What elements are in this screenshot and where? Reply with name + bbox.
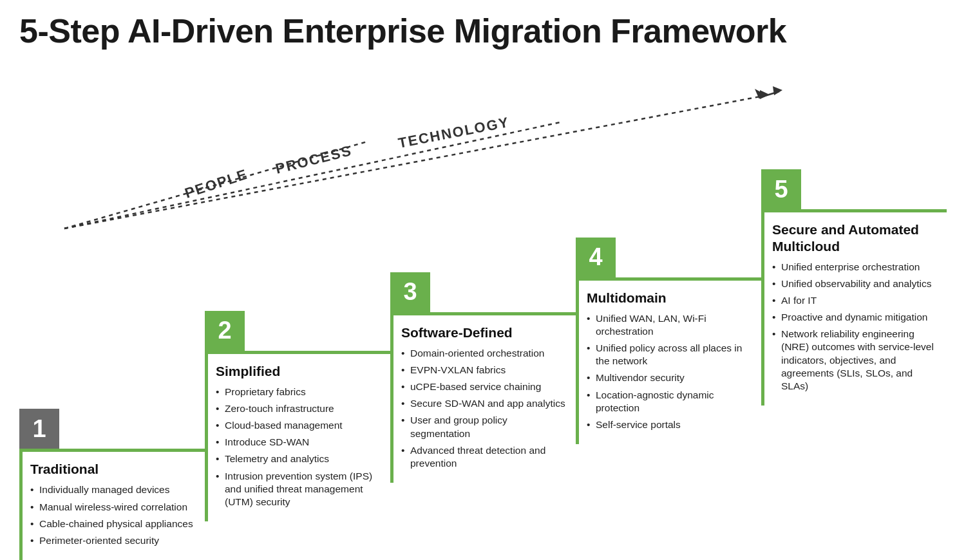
list-item: Network reliability engineering (NRE) ou… xyxy=(772,328,939,393)
list-item: Unified WAN, LAN, Wi-Fi orchestration xyxy=(587,312,753,338)
list-item: Zero-touch infrastructure xyxy=(216,402,383,415)
list-item: Intrusion prevention system (IPS) and un… xyxy=(216,470,383,509)
list-item: Telemetry and analytics xyxy=(216,453,383,465)
steps-container: 1 Traditional Individually managed devic… xyxy=(19,225,947,560)
svg-line-2 xyxy=(64,97,760,229)
list-item: Location-agnostic dynamic protection xyxy=(587,389,753,415)
list-item: Individually managed devices xyxy=(30,483,197,496)
step-1-list: Individually managed devices Manual wire… xyxy=(30,483,197,547)
list-item: AI for IT xyxy=(772,294,939,307)
step-1-number: 1 xyxy=(19,409,59,449)
list-item: Perimeter-oriented security xyxy=(30,534,197,547)
svg-text:PEOPLE: PEOPLE xyxy=(183,166,250,201)
list-item: Proprietary fabrics xyxy=(216,386,383,398)
step-3-title: Software-Defined xyxy=(401,324,568,341)
step-2-number: 2 xyxy=(205,311,245,351)
step-5-list: Unified enterprise orchestration Unified… xyxy=(772,261,939,393)
page-title: 5-Step AI-Driven Enterprise Migration Fr… xyxy=(19,12,786,50)
step-1-card: Traditional Individually managed devices… xyxy=(19,449,205,560)
list-item: Cloud-based management xyxy=(216,419,383,432)
svg-text:TECHNOLOGY: TECHNOLOGY xyxy=(397,114,511,151)
step-1: 1 Traditional Individually managed devic… xyxy=(19,409,205,560)
svg-marker-9 xyxy=(773,86,782,95)
step-4-list: Unified WAN, LAN, Wi-Fi orchestration Un… xyxy=(587,312,753,431)
step-5-card: Secure and Automated Multicloud Unified … xyxy=(761,209,947,406)
step-5-title: Secure and Automated Multicloud xyxy=(772,221,939,254)
step-4-card: Multidomain Unified WAN, LAN, Wi-Fi orch… xyxy=(576,277,761,444)
list-item: Introduce SD-WAN xyxy=(216,436,383,449)
step-2-list: Proprietary fabrics Zero-touch infrastru… xyxy=(216,386,383,509)
step-3-number: 3 xyxy=(390,272,430,312)
list-item: Unified observability and analytics xyxy=(772,277,939,290)
step-4-title: Multidomain xyxy=(587,290,753,306)
step-3: 3 Software-Defined Domain-oriented orche… xyxy=(390,272,576,483)
svg-line-8 xyxy=(759,91,779,98)
list-item: uCPE-based service chaining xyxy=(401,380,568,393)
list-item: Manual wireless-wired correlation xyxy=(30,501,197,514)
list-item: Domain-oriented orchestration xyxy=(401,347,568,360)
list-item: Unified enterprise orchestration xyxy=(772,261,939,274)
list-item: Cable-chained physical appliances xyxy=(30,518,197,530)
svg-marker-3 xyxy=(755,89,763,98)
list-item: Secure SD-WAN and app analytics xyxy=(401,397,568,410)
list-item: Self-service portals xyxy=(587,418,753,431)
svg-marker-4 xyxy=(760,90,770,99)
step-2: 2 Simplified Proprietary fabrics Zero-to… xyxy=(205,311,390,521)
svg-line-0 xyxy=(64,142,367,229)
step-4: 4 Multidomain Unified WAN, LAN, Wi-Fi or… xyxy=(576,238,761,444)
step-5-number: 5 xyxy=(761,169,801,209)
step-2-card: Simplified Proprietary fabrics Zero-touc… xyxy=(205,351,390,521)
list-item: EVPN-VXLAN fabrics xyxy=(401,364,568,377)
step-4-number: 4 xyxy=(576,238,616,277)
step-3-list: Domain-oriented orchestration EVPN-VXLAN… xyxy=(401,347,568,470)
step-2-title: Simplified xyxy=(216,363,383,379)
list-item: Unified policy across all places in the … xyxy=(587,342,753,368)
svg-text:PROCESS: PROCESS xyxy=(274,142,354,177)
step-1-title: Traditional xyxy=(30,461,197,477)
list-item: User and group policy segmentation xyxy=(401,414,568,440)
svg-line-1 xyxy=(64,122,560,229)
list-item: Advanced threat detection and prevention xyxy=(401,444,568,470)
step-3-card: Software-Defined Domain-oriented orchest… xyxy=(390,312,576,483)
step-5: 5 Secure and Automated Multicloud Unifie… xyxy=(761,169,947,406)
list-item: Proactive and dynamic mitigation xyxy=(772,311,939,324)
list-item: Multivendor security xyxy=(587,371,753,384)
